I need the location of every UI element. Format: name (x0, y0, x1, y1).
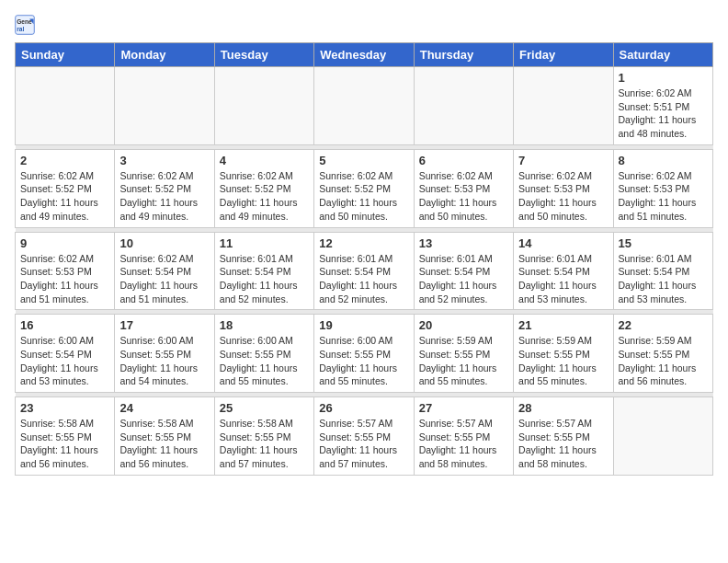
weekday-header-sunday: Sunday (16, 43, 115, 67)
day-info: Sunrise: 5:58 AMSunset: 5:55 PMDaylight:… (119, 417, 209, 471)
day-info: Sunrise: 6:02 AMSunset: 5:52 PMDaylight:… (119, 169, 209, 224)
day-info: Sunrise: 5:59 AMSunset: 5:55 PMDaylight:… (518, 334, 608, 388)
calendar-cell (414, 67, 513, 145)
day-info: Sunrise: 6:02 AMSunset: 5:53 PMDaylight:… (619, 169, 708, 224)
calendar-cell: 17Sunrise: 6:00 AMSunset: 5:55 PMDayligh… (115, 315, 214, 393)
calendar-cell: 26Sunrise: 5:57 AMSunset: 5:55 PMDayligh… (314, 397, 414, 476)
day-number: 20 (419, 318, 508, 332)
day-info: Sunrise: 6:00 AMSunset: 5:54 PMDaylight:… (20, 334, 109, 388)
calendar-cell (314, 67, 414, 145)
day-number: 7 (518, 154, 608, 167)
calendar-week-3: 9Sunrise: 6:02 AMSunset: 5:53 PMDaylight… (16, 232, 713, 310)
calendar-cell: 3Sunrise: 6:02 AMSunset: 5:52 PMDaylight… (115, 149, 214, 227)
calendar-week-4: 16Sunrise: 6:00 AMSunset: 5:54 PMDayligh… (16, 315, 713, 393)
day-info: Sunrise: 6:02 AMSunset: 5:54 PMDaylight:… (119, 252, 209, 306)
day-info: Sunrise: 5:58 AMSunset: 5:55 PMDaylight:… (20, 417, 109, 471)
calendar-cell: 14Sunrise: 6:01 AMSunset: 5:54 PMDayligh… (514, 232, 613, 310)
day-number: 18 (220, 318, 309, 332)
weekday-header-saturday: Saturday (613, 43, 712, 67)
calendar-cell (613, 397, 712, 476)
day-info: Sunrise: 5:59 AMSunset: 5:55 PMDaylight:… (419, 334, 508, 388)
day-info: Sunrise: 6:00 AMSunset: 5:55 PMDaylight:… (319, 334, 408, 388)
weekday-header-monday: Monday (115, 43, 214, 67)
day-info: Sunrise: 6:02 AMSunset: 5:52 PMDaylight:… (220, 169, 309, 224)
day-number: 25 (220, 401, 309, 415)
calendar-cell: 12Sunrise: 6:01 AMSunset: 5:54 PMDayligh… (314, 232, 414, 310)
svg-text:ral: ral (17, 26, 24, 32)
day-info: Sunrise: 6:01 AMSunset: 5:54 PMDaylight:… (319, 252, 408, 306)
day-number: 15 (619, 236, 708, 250)
calendar-week-5: 23Sunrise: 5:58 AMSunset: 5:55 PMDayligh… (16, 397, 713, 476)
calendar-cell: 16Sunrise: 6:00 AMSunset: 5:54 PMDayligh… (16, 315, 115, 393)
day-info: Sunrise: 6:01 AMSunset: 5:54 PMDaylight:… (518, 252, 608, 306)
calendar-cell: 10Sunrise: 6:02 AMSunset: 5:54 PMDayligh… (115, 232, 214, 310)
day-number: 12 (319, 236, 408, 250)
day-number: 3 (119, 154, 209, 167)
calendar-cell: 6Sunrise: 6:02 AMSunset: 5:53 PMDaylight… (414, 149, 513, 227)
calendar-cell: 20Sunrise: 5:59 AMSunset: 5:55 PMDayligh… (414, 315, 513, 393)
header: Gene ral (15, 15, 713, 35)
day-number: 14 (518, 236, 608, 250)
weekday-header-friday: Friday (514, 43, 613, 67)
day-number: 2 (20, 154, 109, 167)
calendar-cell: 15Sunrise: 6:01 AMSunset: 5:54 PMDayligh… (613, 232, 712, 310)
calendar-cell (214, 67, 313, 145)
calendar-cell: 28Sunrise: 5:57 AMSunset: 5:55 PMDayligh… (514, 397, 613, 476)
day-number: 13 (419, 236, 508, 250)
day-number: 26 (319, 401, 408, 415)
calendar-week-2: 2Sunrise: 6:02 AMSunset: 5:52 PMDaylight… (16, 149, 713, 227)
calendar-cell: 24Sunrise: 5:58 AMSunset: 5:55 PMDayligh… (115, 397, 214, 476)
day-number: 9 (20, 236, 109, 250)
day-number: 5 (319, 154, 408, 167)
calendar-cell: 5Sunrise: 6:02 AMSunset: 5:52 PMDaylight… (314, 149, 414, 227)
calendar-cell: 18Sunrise: 6:00 AMSunset: 5:55 PMDayligh… (214, 315, 313, 393)
calendar-cell: 25Sunrise: 5:58 AMSunset: 5:55 PMDayligh… (214, 397, 313, 476)
svg-text:Gene: Gene (17, 18, 32, 25)
day-number: 11 (220, 236, 309, 250)
day-info: Sunrise: 6:02 AMSunset: 5:52 PMDaylight:… (319, 169, 408, 224)
day-info: Sunrise: 5:58 AMSunset: 5:55 PMDaylight:… (220, 417, 309, 471)
day-info: Sunrise: 6:01 AMSunset: 5:54 PMDaylight:… (419, 252, 508, 306)
day-info: Sunrise: 6:00 AMSunset: 5:55 PMDaylight:… (220, 334, 309, 388)
day-info: Sunrise: 5:57 AMSunset: 5:55 PMDaylight:… (319, 417, 408, 471)
calendar-cell: 22Sunrise: 5:59 AMSunset: 5:55 PMDayligh… (613, 315, 712, 393)
calendar-cell (514, 67, 613, 145)
calendar-cell: 13Sunrise: 6:01 AMSunset: 5:54 PMDayligh… (414, 232, 513, 310)
day-info: Sunrise: 6:01 AMSunset: 5:54 PMDaylight:… (619, 252, 708, 306)
calendar-cell: 2Sunrise: 6:02 AMSunset: 5:52 PMDaylight… (16, 149, 115, 227)
calendar-cell: 1Sunrise: 6:02 AMSunset: 5:51 PMDaylight… (613, 67, 712, 145)
logo-icon: Gene ral (15, 15, 35, 35)
day-info: Sunrise: 5:57 AMSunset: 5:55 PMDaylight:… (419, 417, 508, 471)
day-number: 28 (518, 401, 608, 415)
calendar-week-1: 1Sunrise: 6:02 AMSunset: 5:51 PMDaylight… (16, 67, 713, 145)
calendar-cell (115, 67, 214, 145)
logo: Gene ral (15, 15, 37, 35)
calendar: SundayMondayTuesdayWednesdayThursdayFrid… (15, 42, 713, 476)
day-info: Sunrise: 6:02 AMSunset: 5:53 PMDaylight:… (419, 169, 508, 224)
day-number: 16 (20, 318, 109, 332)
day-number: 24 (119, 401, 209, 415)
calendar-cell: 7Sunrise: 6:02 AMSunset: 5:53 PMDaylight… (514, 149, 613, 227)
day-info: Sunrise: 6:02 AMSunset: 5:51 PMDaylight:… (619, 86, 708, 141)
day-number: 1 (619, 71, 708, 85)
day-info: Sunrise: 6:01 AMSunset: 5:54 PMDaylight:… (220, 252, 309, 306)
calendar-cell: 8Sunrise: 6:02 AMSunset: 5:53 PMDaylight… (613, 149, 712, 227)
day-number: 19 (319, 318, 408, 332)
calendar-cell: 19Sunrise: 6:00 AMSunset: 5:55 PMDayligh… (314, 315, 414, 393)
day-number: 6 (419, 154, 508, 167)
calendar-cell: 27Sunrise: 5:57 AMSunset: 5:55 PMDayligh… (414, 397, 513, 476)
day-number: 22 (619, 318, 708, 332)
calendar-cell: 23Sunrise: 5:58 AMSunset: 5:55 PMDayligh… (16, 397, 115, 476)
day-number: 21 (518, 318, 608, 332)
calendar-cell (16, 67, 115, 145)
weekday-header-thursday: Thursday (414, 43, 513, 67)
calendar-cell: 9Sunrise: 6:02 AMSunset: 5:53 PMDaylight… (16, 232, 115, 310)
day-number: 10 (119, 236, 209, 250)
weekday-header-wednesday: Wednesday (314, 43, 414, 67)
day-number: 8 (619, 154, 708, 167)
day-number: 27 (419, 401, 508, 415)
day-number: 4 (220, 154, 309, 167)
day-info: Sunrise: 6:00 AMSunset: 5:55 PMDaylight:… (119, 334, 209, 388)
day-info: Sunrise: 5:59 AMSunset: 5:55 PMDaylight:… (619, 334, 708, 388)
day-info: Sunrise: 6:02 AMSunset: 5:53 PMDaylight:… (20, 252, 109, 306)
